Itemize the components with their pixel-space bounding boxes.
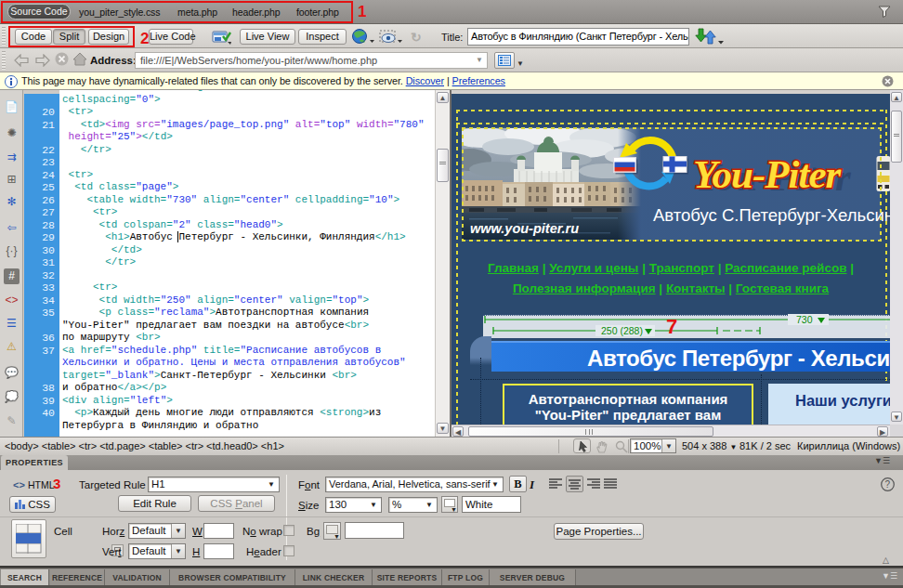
svg-text:?: ? <box>885 479 891 490</box>
svg-text:You-Piter: You-Piter <box>693 152 842 196</box>
svg-text:730: 730 <box>796 314 813 325</box>
svg-text:250 (288): 250 (288) <box>601 325 643 336</box>
